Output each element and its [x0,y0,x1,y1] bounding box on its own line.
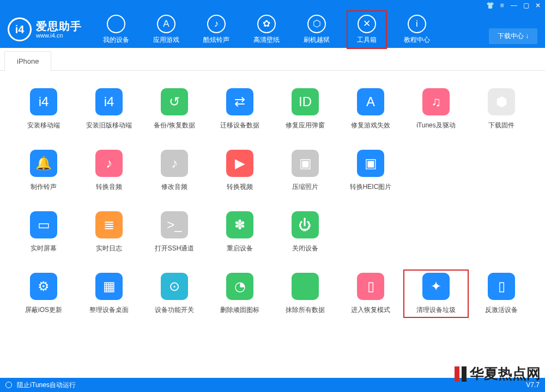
tool-2-1[interactable]: ≣实时日志 [76,208,142,256]
tool-0-6[interactable]: ♫iTunes及驱动 [403,85,469,133]
tool-label: 整理设备桌面 [89,305,129,315]
main-nav: 我的设备A应用游戏♪酷炫铃声✿高清壁纸⬡刷机越狱✕工具箱i教程中心 [98,13,435,47]
tool-label: 转换音频 [96,182,122,192]
tool-label: 转换HEIC图片 [350,182,392,192]
tool-label: 转换视频 [227,182,253,192]
tool-label: 安装移动端 [27,121,60,130]
nav-item-0[interactable]: 我的设备 [98,13,134,47]
nav-icon: ✕ [358,15,376,33]
maximize-icon[interactable]: ▢ [522,2,530,9]
tool-0-1[interactable]: i4安装旧版移动端 [76,85,142,133]
tool-3-3[interactable]: ◔删除顽固图标 [207,270,272,318]
nav-icon: A [157,15,175,33]
nav-item-2[interactable]: ♪酷炫铃声 [198,13,234,47]
nav-icon: i [408,15,426,33]
tool-row: i4安装移动端i4安装旧版移动端↺备份/恢复数据⇄迁移设备数据ID修复应用弹窗A… [11,85,534,133]
tab-iphone[interactable]: iPhone [4,51,51,71]
tool-label: 压缩照片 [292,182,318,192]
tool-icon: ⬢ [488,88,515,115]
minimize-icon[interactable]: ― [510,2,518,9]
footer-checkbox[interactable]: 阻止iTunes自动运行 [5,381,76,390]
tool-0-5[interactable]: A修复游戏失效 [338,85,403,133]
tool-3-5[interactable]: ▯进入恢复模式 [338,270,403,318]
nav-item-1[interactable]: A应用游戏 [148,13,184,47]
tool-icon: ✽ [226,211,253,238]
tool-0-0[interactable]: i4安装移动端 [11,85,76,133]
tool-label: 实时日志 [96,244,122,253]
tool-icon: ≣ [95,211,123,238]
tool-2-2[interactable]: >_打开SSH通道 [142,208,207,256]
radio-icon [5,382,12,388]
nav-label: 应用游戏 [153,35,179,45]
header: i4 爱思助手 www.i4.cn 我的设备A应用游戏♪酷炫铃声✿高清壁纸⬡刷机… [0,11,545,48]
nav-item-6[interactable]: i教程中心 [399,13,435,47]
tool-icon: ▯ [488,273,515,300]
tool-icon: ✦ [422,273,450,300]
tool-icon: ▭ [30,211,57,238]
tool-row: 🔔制作铃声♪转换音频♪修改音频▶转换视频▣压缩照片▣转换HEIC图片 [11,146,534,195]
tool-1-0[interactable]: 🔔制作铃声 [11,146,76,195]
tool-icon: >_ [161,211,188,238]
nav-item-3[interactable]: ✿高清壁纸 [249,13,284,47]
download-center-button[interactable]: 下载中心 ↓ [489,28,537,44]
nav-item-5[interactable]: ✕工具箱 [349,13,385,47]
tool-icon: i4 [30,88,57,115]
tool-label: 实时屏幕 [31,244,57,253]
tool-icon: ♫ [422,88,450,115]
tool-0-4[interactable]: ID修复应用弹窗 [272,85,338,133]
brand-title: 爱思助手 [36,20,82,32]
logo-icon: i4 [8,17,32,41]
tool-icon: ⚙ [30,273,57,300]
nav-item-4[interactable]: ⬡刷机越狱 [299,13,335,47]
tool-3-0[interactable]: ⚙屏蔽iOS更新 [11,270,76,318]
tool-icon: ⊙ [161,273,188,300]
tool-row: ▭实时屏幕≣实时日志>_打开SSH通道✽重启设备⏻关闭设备 [11,208,534,256]
nav-label: 我的设备 [103,35,129,45]
tool-label: 打开SSH通道 [155,244,195,253]
tabstrip: iPhone [0,48,545,71]
close-icon[interactable]: ✕ [534,2,542,9]
menu-icon[interactable]: ≡ [498,2,506,9]
tool-row: ⚙屏蔽iOS更新▦整理设备桌面⊙设备功能开关◔删除顽固图标抹除所有数据▯进入恢复… [11,270,534,318]
tool-label: 反激活设备 [485,305,518,315]
tool-2-3[interactable]: ✽重启设备 [207,208,272,256]
watermark: 华夏热点网 [455,364,541,383]
tool-label: 清理设备垃圾 [416,305,456,315]
tool-icon: ⇄ [226,88,253,115]
tool-1-2[interactable]: ♪修改音频 [142,146,207,195]
tool-icon: ▦ [95,273,123,300]
nav-icon: ✿ [257,15,276,33]
tool-1-5[interactable]: ▣转换HEIC图片 [338,146,403,195]
tool-icon: i4 [95,88,123,115]
tool-label: 重启设备 [227,244,253,253]
watermark-text: 华夏热点网 [470,364,541,383]
tool-icon: ▣ [292,150,319,177]
tool-3-1[interactable]: ▦整理设备桌面 [76,270,142,318]
tool-0-7[interactable]: ⬢下载固件 [469,85,534,133]
tool-icon: ◔ [226,273,253,300]
tool-2-0[interactable]: ▭实时屏幕 [11,208,76,256]
shirt-icon[interactable]: 👕 [486,2,494,9]
tool-icon [292,273,319,300]
tool-3-2[interactable]: ⊙设备功能开关 [142,270,207,318]
tool-3-7[interactable]: ▯反激活设备 [469,270,534,318]
tool-label: 删除顽固图标 [220,305,259,315]
tool-3-6[interactable]: ✦清理设备垃圾 [403,270,469,318]
tool-0-3[interactable]: ⇄迁移设备数据 [207,85,272,133]
tool-1-3[interactable]: ▶转换视频 [207,146,272,195]
tool-2-4[interactable]: ⏻关闭设备 [272,208,338,256]
tool-1-1[interactable]: ♪转换音频 [76,146,142,195]
tool-1-4[interactable]: ▣压缩照片 [272,146,338,195]
nav-label: 教程中心 [404,35,430,45]
tool-3-4[interactable]: 抹除所有数据 [272,270,338,318]
nav-label: 高清壁纸 [253,35,280,45]
tool-icon: ID [292,88,319,115]
tool-label: 修复应用弹窗 [286,121,325,130]
nav-icon: ♪ [207,15,226,33]
tool-icon: ♪ [95,150,123,177]
nav-icon: ⬡ [307,15,326,33]
tool-icon: ⏻ [292,211,319,238]
tool-icon: ▣ [357,150,384,177]
tool-0-2[interactable]: ↺备份/恢复数据 [142,85,207,133]
watermark-icon [455,366,467,382]
